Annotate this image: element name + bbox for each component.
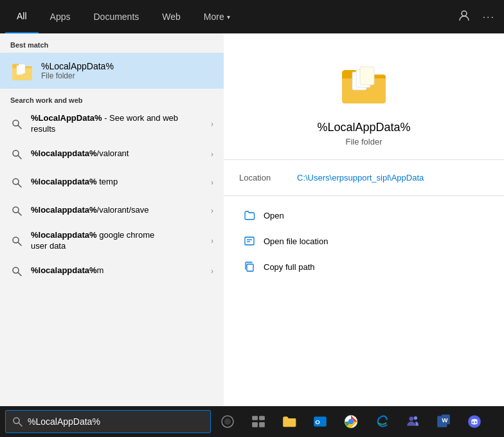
open-location-label: Open file location bbox=[264, 236, 328, 246]
location-label: Location bbox=[239, 173, 284, 183]
svg-point-25 bbox=[224, 418, 231, 425]
best-match-text: %LocalAppData% File folder bbox=[41, 61, 213, 80]
discord-button[interactable] bbox=[460, 407, 489, 436]
copy-icon bbox=[243, 260, 256, 273]
svg-point-42 bbox=[475, 422, 477, 424]
tab-apps[interactable]: Apps bbox=[39, 0, 82, 33]
svg-point-34 bbox=[348, 419, 354, 424]
cortana-button[interactable] bbox=[213, 407, 242, 436]
svg-point-35 bbox=[410, 416, 414, 421]
taskbar: O W bbox=[0, 406, 504, 437]
folder-icon-large bbox=[338, 59, 390, 111]
left-panel: Best match %LocalAppData% File folder Se… bbox=[0, 33, 224, 406]
svg-rect-28 bbox=[252, 422, 258, 427]
best-match-item[interactable]: %LocalAppData% File folder bbox=[0, 53, 224, 89]
detail-row-location: Location C:\Users\erpsupport_sipl\AppDat… bbox=[239, 170, 489, 185]
taskbar-search-icon bbox=[12, 416, 22, 427]
chevron-right-icon: › bbox=[211, 206, 213, 215]
person-icon-button[interactable] bbox=[455, 6, 474, 28]
svg-rect-18 bbox=[245, 237, 254, 245]
best-match-label: Best match bbox=[0, 33, 224, 53]
svg-line-4 bbox=[18, 125, 21, 129]
search-icon bbox=[10, 148, 23, 161]
chevron-right-icon: › bbox=[211, 236, 213, 245]
item-subtitle: File folder bbox=[345, 137, 382, 147]
chevron-right-icon: › bbox=[211, 267, 213, 276]
right-panel-details: Location C:\Users\erpsupport_sipl\AppDat… bbox=[224, 160, 504, 196]
svg-rect-17 bbox=[360, 67, 374, 85]
word-button[interactable]: W bbox=[429, 407, 458, 436]
search-result-text: %localappdata%/valorant bbox=[31, 148, 203, 159]
right-panel: %LocalAppData% File folder Location C:\U… bbox=[224, 33, 504, 406]
search-work-web-label: Search work and web bbox=[0, 89, 224, 108]
outlook-button[interactable]: O bbox=[306, 407, 334, 436]
list-item[interactable]: %localappdata% google chrome user data › bbox=[0, 225, 224, 257]
nav-tabs: All Apps Documents Web More ▾ bbox=[5, 0, 242, 33]
search-icon bbox=[10, 204, 23, 217]
tab-web[interactable]: Web bbox=[150, 0, 192, 33]
svg-line-23 bbox=[19, 423, 22, 426]
chrome-button[interactable] bbox=[337, 407, 365, 436]
open-location-action[interactable]: Open file location bbox=[239, 229, 489, 253]
open-label: Open bbox=[264, 211, 284, 220]
right-panel-header: %LocalAppData% File folder bbox=[224, 33, 504, 160]
svg-line-12 bbox=[18, 242, 21, 245]
search-result-text: %localappdata% temp bbox=[31, 177, 203, 188]
tab-documents[interactable]: Documents bbox=[82, 0, 150, 33]
chevron-right-icon: › bbox=[211, 150, 213, 159]
svg-rect-2 bbox=[19, 64, 25, 73]
search-icon bbox=[10, 265, 23, 278]
item-title: %LocalAppData% bbox=[317, 121, 410, 134]
list-item[interactable]: %localappdata%/valorant › bbox=[0, 140, 224, 168]
folder-open-icon bbox=[243, 209, 256, 222]
right-panel-actions: Open Open file location bbox=[224, 196, 504, 286]
chevron-down-icon: ▾ bbox=[227, 13, 230, 21]
svg-rect-29 bbox=[259, 422, 265, 427]
main-content: Best match %LocalAppData% File folder Se… bbox=[0, 33, 504, 406]
teams-button[interactable] bbox=[399, 407, 427, 436]
taskbar-search-box[interactable] bbox=[5, 410, 211, 433]
search-result-text: %localappdata% google chrome user data bbox=[31, 230, 203, 252]
svg-rect-27 bbox=[259, 416, 265, 420]
top-nav: All Apps Documents Web More ▾ ··· bbox=[0, 0, 504, 33]
list-item[interactable]: %localappdata%/valorant/save › bbox=[0, 197, 224, 225]
best-match-name: %LocalAppData% bbox=[41, 61, 213, 71]
search-result-text: %localappdata%m bbox=[31, 265, 203, 276]
folder-icon bbox=[10, 59, 33, 82]
tab-all[interactable]: All bbox=[5, 0, 39, 33]
svg-text:W: W bbox=[442, 416, 448, 424]
svg-line-8 bbox=[18, 184, 21, 187]
svg-point-36 bbox=[414, 416, 417, 420]
list-item[interactable]: %localappdata% temp › bbox=[0, 168, 224, 197]
search-icon bbox=[10, 118, 23, 130]
task-view-button[interactable] bbox=[244, 407, 273, 436]
svg-line-14 bbox=[18, 272, 21, 276]
chevron-right-icon: › bbox=[211, 120, 213, 129]
svg-line-10 bbox=[18, 212, 21, 215]
location-value[interactable]: C:\Users\erpsupport_sipl\AppData bbox=[297, 173, 424, 183]
copy-path-label: Copy full path bbox=[264, 262, 315, 272]
search-icon bbox=[10, 176, 23, 189]
more-options-button[interactable]: ··· bbox=[479, 6, 499, 28]
search-result-text: %LocalAppData% - See work and web result… bbox=[31, 113, 203, 135]
tab-more[interactable]: More ▾ bbox=[192, 0, 242, 33]
list-item[interactable]: %LocalAppData% - See work and web result… bbox=[0, 108, 224, 140]
edge-button[interactable] bbox=[368, 407, 396, 436]
search-icon bbox=[10, 235, 23, 247]
folder-location-icon bbox=[243, 235, 256, 247]
svg-rect-21 bbox=[247, 264, 253, 271]
svg-rect-26 bbox=[252, 416, 258, 420]
chevron-right-icon: › bbox=[211, 178, 213, 187]
svg-point-41 bbox=[473, 422, 474, 424]
list-item[interactable]: %localappdata%m › bbox=[0, 257, 224, 285]
search-result-text: %localappdata%/valorant/save bbox=[31, 205, 203, 216]
open-action[interactable]: Open bbox=[239, 204, 489, 227]
svg-text:O: O bbox=[315, 418, 320, 425]
svg-line-6 bbox=[18, 156, 21, 159]
nav-icons: ··· bbox=[455, 6, 499, 28]
file-explorer-button[interactable] bbox=[275, 407, 303, 436]
taskbar-search-input[interactable] bbox=[28, 416, 204, 427]
best-match-type: File folder bbox=[41, 71, 213, 80]
svg-point-0 bbox=[462, 11, 467, 16]
copy-path-action[interactable]: Copy full path bbox=[239, 255, 489, 278]
